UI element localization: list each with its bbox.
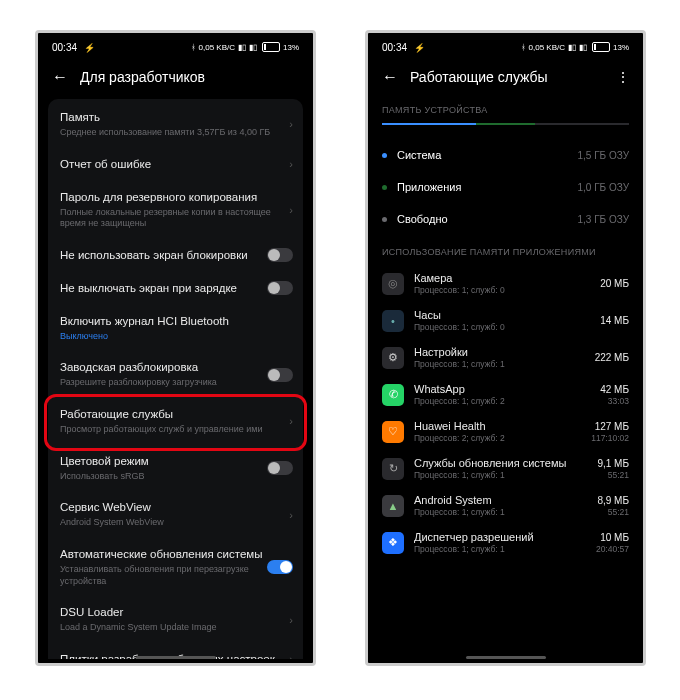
setting-row[interactable]: Сервис WebViewAndroid System WebView› <box>48 491 303 538</box>
app-sub: Процессов: 1; служб: 0 <box>414 322 590 332</box>
app-row[interactable]: ◎КамераПроцессов: 1; служб: 020 МБ <box>368 265 643 302</box>
setting-sub: Android System WebView <box>60 517 291 529</box>
setting-label: Пароль для резервного копирования <box>60 190 291 205</box>
memory-value: 1,3 ГБ ОЗУ <box>578 214 630 225</box>
memory-label: Система <box>397 149 441 161</box>
app-row[interactable]: ▲Android SystemПроцессов: 1; служб: 18,9… <box>368 487 643 524</box>
chevron-right-icon: › <box>289 509 293 521</box>
status-time: 00:34 <box>52 42 77 53</box>
app-row[interactable]: ↻Службы обновления системыПроцессов: 1; … <box>368 450 643 487</box>
back-icon[interactable]: ← <box>52 69 68 85</box>
app-value: 14 МБ <box>600 315 629 326</box>
signal-icon: ▮▯ <box>238 43 246 52</box>
chevron-right-icon: › <box>289 158 293 170</box>
setting-sub: Устанавливать обновления при перезагрузк… <box>60 564 291 587</box>
setting-sub: Просмотр работающих служб и управление и… <box>60 424 291 436</box>
app-icon: ♡ <box>382 421 404 443</box>
app-value: 10 МБ <box>596 532 629 543</box>
app-icon: ◎ <box>382 273 404 295</box>
app-icon: • <box>382 310 404 332</box>
memory-value: 1,5 ГБ ОЗУ <box>578 150 630 161</box>
chevron-right-icon: › <box>289 653 293 659</box>
section-app-memory: ИСПОЛЬЗОВАНИЕ ПАМЯТИ ПРИЛОЖЕНИЯМИ <box>368 241 643 265</box>
setting-row[interactable]: Включить журнал HCI BluetoothВыключено <box>48 305 303 352</box>
toggle[interactable] <box>267 281 293 295</box>
app-time: 55:21 <box>597 507 629 517</box>
app-value: 42 МБ <box>600 384 629 395</box>
app-sub: Процессов: 1; служб: 1 <box>414 470 587 480</box>
app-name: Службы обновления системы <box>414 457 587 469</box>
app-time: 55:21 <box>597 470 629 480</box>
app-icon: ▲ <box>382 495 404 517</box>
toggle[interactable] <box>267 248 293 262</box>
toggle[interactable] <box>267 461 293 475</box>
chevron-right-icon: › <box>289 118 293 130</box>
setting-row[interactable]: Автоматические обновления системыУстанав… <box>48 538 303 596</box>
setting-row[interactable]: ПамятьСреднее использование памяти 3,57Г… <box>48 101 303 148</box>
setting-row[interactable]: Цветовой режимИспользовать sRGB <box>48 445 303 492</box>
phone-developer-options: 00:34 ⚡ ᚼ 0,05 KB/C ▮▯ ▮▯ 13% ← Для разр… <box>35 30 316 666</box>
app-icon: ⚙ <box>382 347 404 369</box>
app-icon: ❖ <box>382 532 404 554</box>
app-row[interactable]: ✆WhatsAppПроцессов: 1; служб: 242 МБ33:0… <box>368 376 643 413</box>
setting-label: Не выключать экран при зарядке <box>60 281 291 296</box>
app-name: WhatsApp <box>414 383 590 395</box>
setting-label: Включить журнал HCI Bluetooth <box>60 314 291 329</box>
setting-row[interactable]: Не выключать экран при зарядке <box>48 272 303 305</box>
app-sub: Процессов: 1; служб: 1 <box>414 359 585 369</box>
phone-running-services: 00:34 ⚡ ᚼ 0,05 KB/C ▮▯ ▮▯ 13% ← Работающ… <box>365 30 646 666</box>
app-sub: Процессов: 2; служб: 2 <box>414 433 581 443</box>
setting-label: Работающие службы <box>60 407 291 422</box>
setting-row[interactable]: Отчет об ошибке› <box>48 148 303 181</box>
app-time: 33:03 <box>600 396 629 406</box>
toggle[interactable] <box>267 560 293 574</box>
app-icon: ✆ <box>382 384 404 406</box>
status-icons: ᚼ 0,05 KB/C ▮▯ ▮▯ 13% <box>521 42 629 52</box>
legend-dot <box>382 217 387 222</box>
setting-row[interactable]: Работающие службыПросмотр работающих слу… <box>48 398 303 445</box>
app-name: Диспетчер разрешений <box>414 531 586 543</box>
page-title: Для разработчиков <box>80 69 205 85</box>
app-row[interactable]: •ЧасыПроцессов: 1; служб: 014 МБ <box>368 302 643 339</box>
app-value: 20 МБ <box>600 278 629 289</box>
app-value: 222 МБ <box>595 352 629 363</box>
app-value: 8,9 МБ <box>597 495 629 506</box>
setting-label: Цветовой режим <box>60 454 291 469</box>
bluetooth-icon: ᚼ <box>521 43 526 52</box>
status-bar: 00:34 ⚡ ᚼ 0,05 KB/C ▮▯ ▮▯ 13% <box>368 33 643 59</box>
toggle[interactable] <box>267 368 293 382</box>
charging-icon: ⚡ <box>84 43 95 53</box>
app-name: Huawei Health <box>414 420 581 432</box>
memory-line: Приложения1,0 ГБ ОЗУ <box>368 171 643 203</box>
setting-row[interactable]: Пароль для резервного копированияПолные … <box>48 181 303 239</box>
setting-sub: Выключено <box>60 331 291 343</box>
nav-bar[interactable] <box>136 656 216 659</box>
page-title: Работающие службы <box>410 69 548 85</box>
chevron-right-icon: › <box>289 204 293 216</box>
app-row[interactable]: ❖Диспетчер разрешенийПроцессов: 1; служб… <box>368 524 643 561</box>
setting-sub: Среднее использование памяти 3,57ГБ из 4… <box>60 127 291 139</box>
setting-label: Сервис WebView <box>60 500 291 515</box>
back-icon[interactable]: ← <box>382 69 398 85</box>
setting-row[interactable]: Заводская разблокировкаРазрешите разблок… <box>48 351 303 398</box>
setting-label: Автоматические обновления системы <box>60 547 291 562</box>
legend-dot <box>382 185 387 190</box>
battery-percent: 13% <box>613 43 629 52</box>
setting-sub: Использовать sRGB <box>60 471 291 483</box>
app-row[interactable]: ⚙НастройкиПроцессов: 1; служб: 1222 МБ <box>368 339 643 376</box>
app-row[interactable]: ♡Huawei HealthПроцессов: 2; служб: 2127 … <box>368 413 643 450</box>
signal-icon: ▮▯ <box>568 43 576 52</box>
setting-row[interactable]: Не использовать экран блокировки <box>48 239 303 272</box>
setting-row[interactable]: DSU LoaderLoad a Dynamic System Update I… <box>48 596 303 643</box>
chevron-right-icon: › <box>289 415 293 427</box>
more-icon[interactable]: ⋮ <box>616 69 629 85</box>
app-name: Настройки <box>414 346 585 358</box>
data-rate: 0,05 KB/C <box>199 43 235 52</box>
app-icon: ↻ <box>382 458 404 480</box>
app-sub: Процессов: 1; служб: 0 <box>414 285 590 295</box>
data-rate: 0,05 KB/C <box>529 43 565 52</box>
memory-bar <box>382 123 629 125</box>
app-sub: Процессов: 1; служб: 2 <box>414 396 590 406</box>
section-device-memory: ПАМЯТЬ УСТРОЙСТВА <box>368 99 643 123</box>
nav-bar[interactable] <box>466 656 546 659</box>
